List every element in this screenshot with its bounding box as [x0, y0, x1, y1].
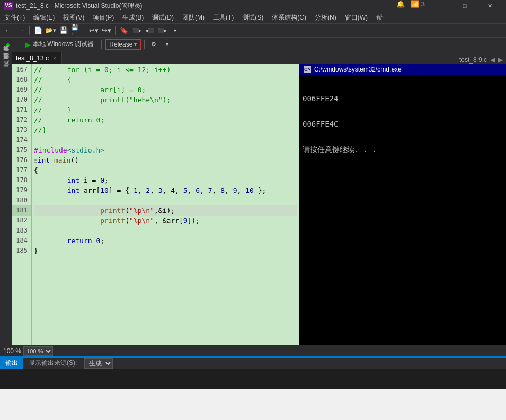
separator-4 [17, 40, 17, 49]
sidebar-tab-solution[interactable]: 解决方案 [1, 53, 11, 59]
nav-btn-2[interactable]: ◂⬛ [144, 25, 155, 37]
line-num-184: 184 [12, 236, 31, 246]
bottom-panel: 输出 显示输出来源(S): 生成 [0, 356, 506, 388]
code-line-168: // { [34, 75, 297, 85]
release-button[interactable]: Release ▾ [105, 39, 141, 50]
menu-analyze[interactable]: 分析(N) [310, 12, 341, 24]
code-line-179: int arr[10] = { 1, 2, 3, 4, 5, 6, 7, 8, … [34, 185, 297, 195]
notification-icon[interactable]: 🔔 [393, 0, 408, 12]
separator-3 [115, 26, 116, 35]
maximize-button[interactable]: □ [452, 0, 477, 12]
nav-btn-4[interactable]: ▾ [169, 25, 181, 37]
menu-project[interactable]: 项目(P) [88, 12, 118, 24]
close-button[interactable]: ✕ [477, 0, 502, 12]
tab-nav-left[interactable]: ◀ [490, 56, 495, 64]
line-num-171: 171 [12, 105, 31, 115]
menu-view[interactable]: 视图(V) [59, 12, 88, 24]
separator-1 [29, 26, 30, 35]
build-tab[interactable]: 显示输出来源(S): [23, 358, 82, 369]
open-file-button[interactable]: 📂▾ [45, 25, 57, 37]
menu-file[interactable]: 文件(F) [0, 12, 29, 24]
zoom-select[interactable]: 50 % 75 % 100 % 125 % 150 % 200 % [23, 346, 53, 356]
save-button[interactable]: 💾 [58, 25, 69, 37]
code-line-170: // printf("hehe\n"); [34, 95, 297, 105]
platform-btn[interactable]: ⚙ [148, 39, 159, 50]
redo-button[interactable]: ↪▾ [101, 25, 112, 37]
code-line-174 [34, 135, 297, 145]
nav-btn-3[interactable]: ⬛▸ [156, 25, 168, 37]
menu-debug[interactable]: 调试(D) [148, 12, 178, 24]
tab-close-icon[interactable]: × [52, 55, 57, 62]
run-debug-button[interactable]: ▶ 本地 Windows 调试器 [21, 39, 98, 50]
release-dropdown-arrow: ▾ [134, 41, 137, 47]
platform-dropdown[interactable]: ▾ [161, 39, 173, 50]
menu-bar: 文件(F) 编辑(E) 视图(V) 项目(P) 生成(B) 调试(D) 团队(M… [0, 12, 506, 23]
line-num-182: 182 [12, 216, 31, 226]
line-num-177: 177 [12, 165, 31, 175]
code-line-182: printf("%p\n", &arr[9]); [34, 216, 297, 226]
line-num-173: 173 [12, 125, 31, 135]
code-line-176: ⊟int main() [34, 155, 297, 165]
separator-5 [101, 40, 102, 49]
code-line-173: //} [34, 125, 297, 135]
output-tab[interactable]: 输出 [0, 358, 23, 369]
zoom-value: 100 % [3, 347, 21, 355]
output-source-area: 生成 [82, 358, 115, 369]
bottom-tab-bar: 输出 显示输出来源(S): 生成 [0, 358, 506, 369]
bottom-bar: 100 % 50 % 75 % 100 % 125 % 150 % 200 % [0, 345, 506, 356]
tab-nav-right[interactable]: ▶ [498, 56, 503, 64]
menu-arch[interactable]: 体系结构(C) [268, 12, 310, 24]
menu-tools[interactable]: 工具(T) [209, 12, 238, 24]
back-button[interactable]: ← [2, 25, 14, 37]
menu-help[interactable]: 帮 [372, 12, 387, 24]
cmd-icon: C> [304, 66, 311, 73]
save-all-button[interactable]: 💾+ [70, 25, 82, 37]
tab-bar: test_8_13.c × test_8 9.c ◀ ▶ [12, 51, 506, 64]
menu-edit[interactable]: 编辑(E) [29, 12, 59, 24]
nav-btn-1[interactable]: ⬛▸ [131, 25, 143, 37]
signal-icon[interactable]: 📶 3 [409, 0, 427, 12]
left-sidebar: 解决方案 资源管理器 工具箱 [0, 51, 12, 345]
menu-window[interactable]: 窗口(W) [341, 12, 372, 24]
undo-button[interactable]: ↩▾ [88, 25, 100, 37]
sidebar-tab-toolbox[interactable]: 工具箱 [1, 68, 11, 74]
line-num-170: 170 [12, 95, 31, 105]
code-cmd-row: 167 168 169 170 171 172 173 174 175 176 … [12, 64, 506, 345]
minimize-button[interactable]: ─ [428, 0, 452, 12]
forward-button[interactable]: → [15, 25, 26, 37]
line-num-174: 174 [12, 135, 31, 145]
cmd-output: 006FFE24 006FFE4C 请按任意键继续. . . _ [299, 75, 506, 345]
inactive-tab-label[interactable]: test_8 9.c [459, 56, 487, 64]
cmd-title: C:\windows\system32\cmd.exe [314, 66, 402, 73]
menu-build[interactable]: 生成(B) [118, 12, 148, 24]
code-area[interactable]: // for (i = 0; i <= 12; i++) // { // arr… [32, 64, 299, 345]
line-numbers: 167 168 169 170 171 172 173 174 175 176 … [12, 64, 32, 345]
window-controls: 🔔 📶 3 ─ □ ✕ [393, 0, 502, 12]
line-num-169: 169 [12, 85, 31, 95]
output-source-select[interactable]: 生成 [84, 358, 113, 369]
code-line-180 [34, 195, 297, 205]
output-tab-label: 输出 [5, 359, 18, 368]
editor-main-area: test_8_13.c × test_8 9.c ◀ ▶ 167 168 169… [12, 51, 506, 345]
line-num-181: 181 [12, 205, 31, 216]
tab-active[interactable]: test_8_13.c × [12, 52, 62, 64]
line-num-185: 185 [12, 246, 31, 256]
active-tab-label: test_8_13.c [16, 55, 49, 62]
attach-button[interactable]: ● [2, 39, 14, 50]
code-line-171: // } [34, 105, 297, 115]
menu-team[interactable]: 团队(M) [178, 12, 209, 24]
code-line-172: // return 0; [34, 115, 297, 125]
new-file-button[interactable]: 📄 [32, 25, 44, 37]
menu-test[interactable]: 测试(S) [238, 12, 268, 24]
line-num-168: 168 [12, 75, 31, 85]
line-num-167: 167 [12, 65, 31, 75]
bookmark-button[interactable]: 🔖 [118, 25, 130, 37]
line-num-178: 178 [12, 175, 31, 185]
cmd-line-2: 006FFE4C [303, 120, 503, 128]
code-line-177: { [34, 165, 297, 175]
sidebar-tab-resources[interactable]: 资源管理器 [1, 60, 11, 67]
cmd-titlebar: C> C:\windows\system32\cmd.exe [299, 64, 506, 75]
code-line-184: return 0; [34, 236, 297, 246]
right-tab-area: test_8 9.c ◀ ▶ [456, 56, 506, 64]
code-editor[interactable]: 167 168 169 170 171 172 173 174 175 176 … [12, 64, 299, 345]
